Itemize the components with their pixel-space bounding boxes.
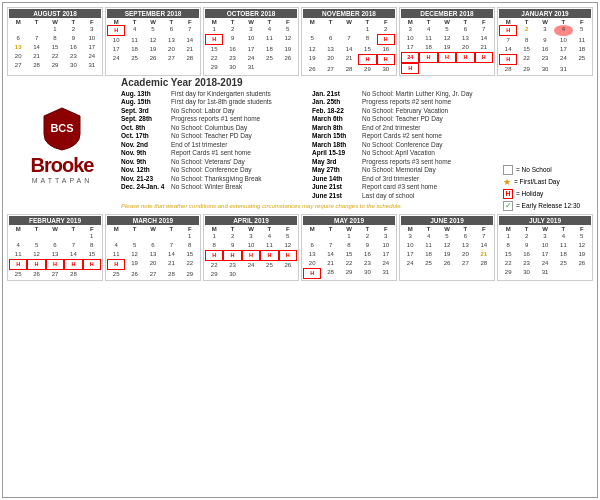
cal-day: 4 [419,232,437,241]
cal-day: 4 [554,25,572,36]
cal-day: 4 [554,232,572,241]
cal-day: 17 [377,250,395,259]
noschool-box [503,165,513,175]
cal-grid: MTWTF12367891013141516172021222324H28293… [303,226,395,279]
cal-day: 25 [260,261,278,270]
cal-day: 21 [181,45,199,54]
cal-day: H [260,250,278,261]
cal-title: AUGUST 2018 [9,9,101,18]
calendar-october-2018: OCTOBER 2018MTWTF12345H91011121516171819… [203,7,299,76]
cal-day: 10 [242,241,260,250]
cal-day: 23 [64,52,82,61]
event-date: Aug. 13th [121,90,169,99]
cal-day: 13 [456,241,474,250]
cal-day: H [9,259,27,270]
cal-day: 22 [499,259,517,268]
cal-day: 27 [162,54,180,63]
calendar-may-2019: MAY 2019MTWTF123678910131415161720212223… [301,214,397,281]
cal-day: 20 [456,250,474,259]
cal-day: 16 [377,45,395,54]
cal-title: SEPTEMBER 2018 [107,9,199,18]
cal-day: H [27,259,45,270]
cal-title: JANUARY 2019 [499,9,591,18]
cal-day: 8 [205,241,223,250]
cal-day: 26 [144,54,162,63]
cal-day: 29 [340,268,358,279]
cal-day: H [419,52,437,63]
cal-day: 4 [9,241,27,250]
cal-day: 2 [223,232,241,241]
cal-day: H [107,25,125,36]
cal-day: 10 [554,36,572,45]
event-row: Sept. 3rdNo School: Labor Day [121,107,308,116]
event-date: April 15-19 [312,149,360,158]
cal-day: 24 [401,52,419,63]
event-description: Report Cards #1 sent home [171,149,251,158]
event-description: No School: Winter Break [171,183,242,192]
cal-day [303,232,321,241]
events-left-col: Aug. 13thFirst day for Kindergarten stud… [121,90,308,201]
cal-day: 15 [205,45,223,54]
cal-day: 12 [144,36,162,45]
cal-day: 26 [303,65,321,74]
bottom-calendars: FEBRUARY 2019MTWTF1456781112131415HHHHH2… [7,214,593,281]
cal-day: H [83,259,101,270]
cal-day: 20 [303,259,321,268]
cal-day: 8 [46,34,64,43]
cal-day: 2 [517,232,535,241]
cal-day: 9 [358,241,376,250]
cal-day: 12 [279,34,297,45]
event-date: Feb. 18-22 [312,107,360,116]
cal-day: 17 [107,45,125,54]
cal-day: 10 [107,36,125,45]
cal-grid: MTWTF1234589101112HHHHH22232425262930 [205,226,297,279]
cal-day: 25 [419,259,437,268]
cal-day [419,63,437,74]
cal-day: 1 [205,25,223,34]
events-section: Academic Year 2018-2019 Aug. 13thFirst d… [121,79,499,211]
cal-day: 27 [144,270,162,279]
cal-day: 8 [83,241,101,250]
cal-day: 7 [321,241,339,250]
cal-day: 11 [260,34,278,45]
cal-day: 14 [162,250,180,259]
cal-day: 21 [475,250,493,259]
event-row: March 15thReport Cards #2 sent home [312,132,499,141]
cal-day: 25 [9,270,27,279]
cal-day: 13 [46,250,64,259]
cal-day: 25 [554,259,572,268]
cal-day: 4 [260,232,278,241]
cal-day: 27 [456,259,474,268]
cal-day: 6 [162,25,180,36]
cal-day [83,270,101,279]
cal-day: 26 [279,54,297,63]
cal-day [340,25,358,34]
cal-day: 2 [517,25,535,36]
cal-day: 2 [377,25,395,34]
cal-day: 30 [223,63,241,72]
cal-day: 24 [536,259,554,268]
cal-day: 16 [64,43,82,52]
cal-day: 5 [125,241,143,250]
event-row: March 6thNo School: Teacher PD Day [312,115,499,124]
cal-day: 10 [83,34,101,43]
cal-day: 15 [517,45,535,54]
cal-day: 19 [303,54,321,65]
events-right-col: Jan. 21stNo School: Martin Luther King, … [312,90,499,201]
cal-day: H [205,250,223,261]
cal-day: 23 [223,54,241,63]
cal-day: 27 [46,270,64,279]
cal-day: 24 [83,52,101,61]
cal-day: 6 [144,241,162,250]
cal-day: 2 [358,232,376,241]
event-row: May 27thNo School: Memorial Day [312,166,499,175]
cal-title: FEBRUARY 2019 [9,216,101,225]
event-description: No School: Thanksgiving Break [171,175,262,184]
cal-day: 15 [340,250,358,259]
cal-day: H [107,259,125,270]
calendar-august-2018: AUGUST 2018MTWTF123678910131415161720212… [7,7,103,76]
event-description: Progress reports #1 sent home [171,115,260,124]
event-date: Oct. 17th [121,132,169,141]
cal-day: 14 [475,34,493,43]
cal-day: 30 [64,61,82,70]
